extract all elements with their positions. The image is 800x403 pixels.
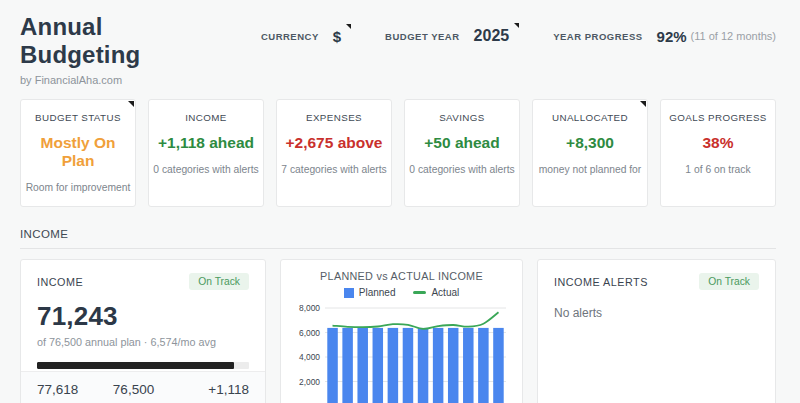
on-track-badge: On Track: [699, 273, 759, 290]
stat-sub: money not planned for: [537, 164, 643, 175]
chart-legend: Planned Actual: [344, 287, 460, 298]
planned-vs-actual-chart-card: PLANNED vs ACTUAL INCOME Planned Actual …: [280, 259, 523, 403]
currency-control: CURRENCY $: [261, 28, 351, 45]
budget-year-value[interactable]: 2025: [474, 27, 520, 45]
page-title: Annual Budgeting: [20, 13, 227, 69]
projected-value: 77,618: [37, 382, 91, 397]
note-indicator-icon: [640, 101, 646, 107]
income-card-footer: 77,618 PROJECTED 76,500 PLAN +1,118 VS P…: [21, 371, 265, 403]
legend-item-planned: Planned: [344, 287, 396, 298]
svg-text:2,000: 2,000: [299, 377, 320, 387]
year-progress-months: (11 of 12 months): [691, 30, 776, 42]
stat-sub: 0 categories with alerts: [153, 164, 259, 175]
stat-card-budget-status[interactable]: BUDGET STATUS Mostly On Plan Room for im…: [20, 99, 136, 207]
page-subtitle: by FinancialAha.com: [20, 74, 227, 86]
stat-sub: Room for improvement: [25, 182, 131, 193]
projected-column: 77,618 PROJECTED: [37, 382, 91, 403]
plan-value: 76,500: [113, 382, 154, 397]
stat-card-unallocated[interactable]: UNALLOCATED +8,300 money not planned for: [532, 99, 648, 207]
no-alerts-text: No alerts: [554, 306, 759, 320]
alerts-card-title: INCOME ALERTS: [554, 276, 648, 288]
note-indicator-icon: [128, 101, 134, 107]
vs-plan-column: +1,118 VS PLAN: [208, 382, 249, 403]
legend-item-actual: Actual: [413, 287, 459, 298]
year-progress-control: YEAR PROGRESS 92% (11 of 12 months): [553, 28, 776, 45]
year-progress-label: YEAR PROGRESS: [553, 31, 642, 42]
chart-title: PLANNED vs ACTUAL INCOME: [320, 270, 483, 282]
stat-card-income[interactable]: INCOME +1,118 ahead 0 categories with al…: [148, 99, 264, 207]
alerts-card-header: INCOME ALERTS On Track: [554, 273, 759, 290]
actual-swatch-icon: [413, 291, 426, 294]
title-block: Annual Budgeting by FinancialAha.com: [20, 13, 227, 86]
legend-planned-label: Planned: [359, 287, 396, 298]
stat-card-expenses[interactable]: EXPENSES +2,675 above 7 categories with …: [276, 99, 392, 207]
income-section-header: INCOME: [20, 224, 776, 249]
annual-budgeting-dashboard: Annual Budgeting by FinancialAha.com CUR…: [0, 0, 800, 403]
plan-column: 76,500 PLAN: [113, 382, 154, 403]
svg-text:8,000: 8,000: [299, 303, 320, 313]
on-track-badge: On Track: [189, 273, 249, 290]
stat-label: BUDGET STATUS: [25, 112, 131, 123]
income-actual-value: 71,243: [37, 301, 249, 332]
note-indicator-icon: [346, 24, 351, 29]
stat-value: +50 ahead: [409, 134, 515, 152]
income-summary-card: INCOME On Track 71,243 of 76,500 annual …: [20, 259, 266, 403]
stat-value: 38%: [665, 134, 771, 152]
income-plan-subtitle: of 76,500 annual plan · 6,574/mo avg: [37, 336, 249, 348]
income-bar-line-chart: 02,0004,0006,0008,000JanFebMarAprMayJunJ…: [294, 301, 510, 403]
year-progress-value: 92%: [657, 28, 687, 45]
vs-plan-value: +1,118: [208, 382, 249, 397]
income-card-title: INCOME: [37, 276, 83, 288]
income-section-title: INCOME: [20, 228, 68, 240]
summary-stats-row: BUDGET STATUS Mostly On Plan Room for im…: [20, 99, 776, 207]
stat-label: EXPENSES: [281, 112, 387, 123]
legend-actual-label: Actual: [431, 287, 459, 298]
page-header: Annual Budgeting by FinancialAha.com CUR…: [20, 0, 776, 86]
svg-text:4,000: 4,000: [299, 352, 320, 362]
stat-label: UNALLOCATED: [537, 112, 643, 123]
note-indicator-icon: [514, 23, 519, 28]
stat-value: +2,675 above: [281, 134, 387, 152]
stat-label: INCOME: [153, 112, 259, 123]
header-controls: CURRENCY $ BUDGET YEAR 2025 YEAR PROGRES…: [227, 27, 776, 45]
stat-value: +8,300: [537, 134, 643, 152]
stat-value: +1,118 ahead: [153, 134, 259, 152]
stat-value: Mostly On Plan: [25, 134, 131, 170]
income-progress-bar: [37, 362, 249, 369]
svg-text:6,000: 6,000: [299, 328, 320, 338]
stat-sub: 7 categories with alerts: [281, 164, 387, 175]
stat-card-goals-progress[interactable]: GOALS PROGRESS 38% 1 of 6 on track: [660, 99, 776, 207]
currency-label: CURRENCY: [261, 31, 319, 42]
budget-year-control: BUDGET YEAR 2025: [385, 27, 519, 45]
stat-label: SAVINGS: [409, 112, 515, 123]
stat-card-savings[interactable]: SAVINGS +50 ahead 0 categories with aler…: [404, 99, 520, 207]
stat-sub: 1 of 6 on track: [665, 164, 771, 175]
budget-year-label: BUDGET YEAR: [385, 31, 459, 42]
income-progress-fill: [37, 362, 234, 369]
currency-value[interactable]: $: [333, 28, 351, 45]
stat-sub: 0 categories with alerts: [409, 164, 515, 175]
income-card-header: INCOME On Track: [37, 273, 249, 290]
stat-label: GOALS PROGRESS: [665, 112, 771, 123]
planned-swatch-icon: [344, 288, 354, 298]
income-summary-body: INCOME On Track 71,243 of 76,500 annual …: [21, 260, 265, 369]
income-cards-row: INCOME On Track 71,243 of 76,500 annual …: [20, 259, 776, 403]
income-alerts-card: INCOME ALERTS On Track No alerts Showing…: [537, 259, 776, 403]
